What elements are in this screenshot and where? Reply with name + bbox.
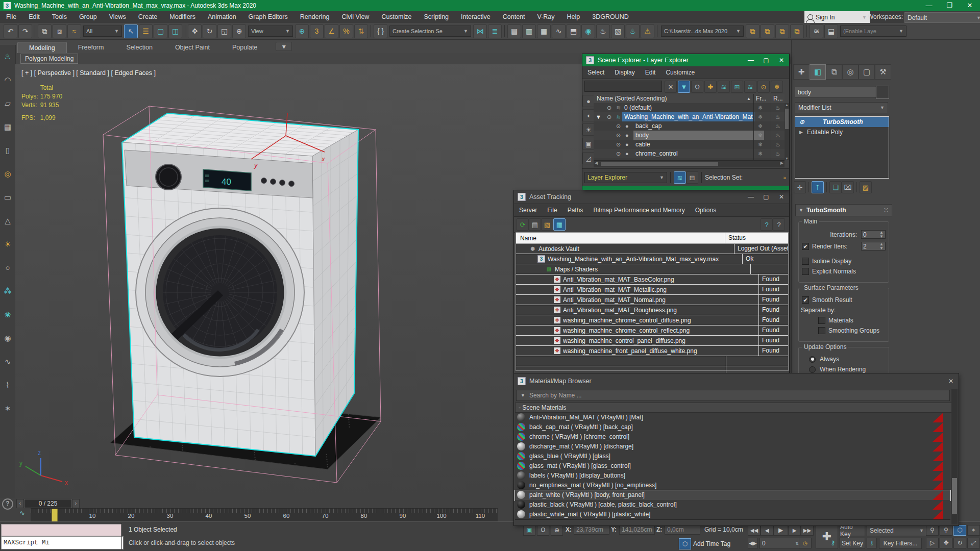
object-color-swatch[interactable] xyxy=(876,86,889,99)
column-headers[interactable]: Name (Sorted Ascending) ▲ Fr... R... xyxy=(594,94,785,104)
scene-explorer-menu-edit[interactable]: Edit xyxy=(640,69,661,76)
selection-lock-icon[interactable]: ⧉ xyxy=(775,24,789,38)
material-row-glass-mat[interactable]: glass_mat ( VRayMtl ) [glass_control] xyxy=(515,461,950,471)
remove-modifier-icon[interactable]: ⌧ xyxy=(842,181,854,193)
visibility-eye-icon[interactable]: ⊙ xyxy=(607,103,611,112)
asset-menu-file[interactable]: File xyxy=(542,207,562,214)
menu-file[interactable]: File xyxy=(0,11,22,23)
edit-named-selection-sets-icon[interactable]: { } xyxy=(374,24,387,38)
workspace-dropdown[interactable]: Default ▼ xyxy=(904,12,980,23)
chevron-down-icon[interactable]: ▼ xyxy=(521,393,525,398)
trackbar-curve-toggle-icon[interactable]: ∿ xyxy=(19,509,25,517)
asset-menu-paths[interactable]: Paths xyxy=(562,207,589,214)
frozen-column-header[interactable]: Fr... xyxy=(756,95,767,102)
explicit-normals-checkbox[interactable] xyxy=(802,268,809,275)
zoom-region-icon[interactable]: ⌖ xyxy=(967,525,980,536)
set-key-big-button[interactable]: ✚⚷ xyxy=(816,524,838,549)
auto-key-button[interactable]: Auto Key xyxy=(840,525,865,536)
renderable-teapot-icon[interactable]: ♨ xyxy=(775,149,780,158)
frozen-snowflake-icon[interactable]: ❄ xyxy=(758,140,763,149)
material-row-back-cap-mat[interactable]: back_cap_mat ( VRayMtl ) [back_cap] xyxy=(515,422,950,433)
help-icon[interactable]: ? xyxy=(2,498,13,510)
material-row-discharge-mat[interactable]: discharge_mat ( VRayMtl ) [discharge] xyxy=(515,442,950,452)
ribbon-config-dropdown[interactable]: ▾ xyxy=(276,42,292,51)
z-coordinate-field[interactable]: 0,0cm xyxy=(665,525,700,535)
clear-search-icon[interactable]: ✕ xyxy=(665,81,677,93)
add-time-tag[interactable]: Add Time Tag xyxy=(693,540,730,547)
isolate-selection-icon[interactable]: ⧉ xyxy=(746,24,760,38)
smoothing-groups-checkbox[interactable] xyxy=(818,327,825,334)
object-dot-icon[interactable]: ● xyxy=(625,149,629,158)
previous-frame-icon[interactable]: ◀ xyxy=(761,525,773,536)
ribbon-tab-populate[interactable]: Populate xyxy=(221,42,268,53)
ribbon-tab-selection[interactable]: Selection xyxy=(115,42,163,53)
object-dot-icon[interactable]: ● xyxy=(625,131,629,140)
menu-help[interactable]: Help xyxy=(561,11,586,23)
menu-v-ray[interactable]: V-Ray xyxy=(531,11,561,23)
lock-layers-icon[interactable]: Ω xyxy=(691,81,703,93)
menu-rendering[interactable]: Rendering xyxy=(294,11,336,23)
row-label[interactable]: chrome_control xyxy=(633,149,680,158)
selection-filter-dropdown[interactable]: All▼ xyxy=(83,26,122,37)
frame-counter[interactable]: 0 / 225 xyxy=(24,499,72,508)
snap-toggle-3d-icon[interactable]: 3 xyxy=(310,24,324,38)
spray-icon[interactable]: ⁂ xyxy=(2,286,13,297)
freeze-toggle-icon[interactable]: ❄ xyxy=(771,81,783,93)
scene-materials-section-header[interactable]: - Scene Materials xyxy=(515,403,954,413)
asset-menu-options[interactable]: Options xyxy=(690,207,721,214)
materials-checkbox[interactable] xyxy=(818,317,825,324)
display-cameras-icon[interactable]: ▣ xyxy=(582,138,595,150)
project-folder-dropdown[interactable]: C:\Users\tr...ds Max 2020▼ xyxy=(661,26,744,37)
bind-to-space-warp-icon[interactable]: ≈ xyxy=(67,24,81,38)
bone-icon[interactable]: ⌇ xyxy=(2,380,13,391)
frozen-snowflake-icon[interactable]: ❄ xyxy=(758,131,763,140)
ribbon-tab-modeling[interactable]: Modeling xyxy=(17,42,67,54)
menu-tools[interactable]: Tools xyxy=(46,11,73,23)
minimize-window-icon[interactable]: — xyxy=(919,1,939,11)
x-coordinate-field[interactable]: 23,739cm xyxy=(574,525,609,535)
frozen-snowflake-icon[interactable]: ❄ xyxy=(758,112,763,121)
scene-explorer-menu-select[interactable]: Select xyxy=(582,69,609,76)
renderable-teapot-icon[interactable]: ♨ xyxy=(775,131,780,140)
menu-scripting[interactable]: Scripting xyxy=(418,11,455,23)
renderable-teapot-icon[interactable]: ♨ xyxy=(775,103,780,112)
configure-modifier-sets-icon[interactable]: ▨ xyxy=(860,181,872,193)
row-label[interactable]: body xyxy=(633,131,764,140)
visibility-eye-icon[interactable]: ⊙ xyxy=(616,121,621,131)
make-unique-icon[interactable]: ❏ xyxy=(829,181,842,193)
menu-group[interactable]: Group xyxy=(73,11,103,23)
menu-content[interactable]: Content xyxy=(497,11,531,23)
visibility-eye-icon[interactable]: ⊙ xyxy=(616,149,621,158)
vertical-scrollbar[interactable] xyxy=(951,389,958,524)
horizontal-scrollbar[interactable]: ◀ ▶ xyxy=(594,160,785,167)
torus-icon[interactable]: ◎ xyxy=(2,168,13,180)
time-slider-ruler[interactable]: 102030405060708090100110 xyxy=(31,508,498,522)
material-row-labels[interactable]: labels ( VRayMtl ) [display_buttons] xyxy=(515,471,950,481)
maxscript-macro-line[interactable] xyxy=(1,524,121,536)
vertical-scrollbar[interactable]: ▲ ▼ xyxy=(785,103,789,160)
tab-modify[interactable]: ◧ xyxy=(810,64,826,80)
select-and-move-icon[interactable]: ✥ xyxy=(188,24,202,38)
zoom-icon[interactable]: ⚲ xyxy=(926,525,939,536)
isoline-display-checkbox[interactable] xyxy=(802,258,809,265)
manage-layers-icon[interactable]: ≋ xyxy=(810,24,823,38)
key-step-toggle-icon[interactable]: ◀▶ xyxy=(748,538,758,548)
hierarchy-view-icon[interactable]: ⊟ xyxy=(686,171,698,184)
asset-row-washing-machine-front-panel-diffuse-white-png[interactable]: ❖washing_machine_front_panel_diffuse_whi… xyxy=(516,346,788,356)
close-icon[interactable]: ✕ xyxy=(774,57,789,64)
helix-icon[interactable]: ∿ xyxy=(2,356,13,367)
frozen-snowflake-icon[interactable]: ❄ xyxy=(758,149,763,158)
zoom-extents-icon[interactable]: ⬡ xyxy=(953,525,966,536)
renderable-teapot-icon[interactable]: ♨ xyxy=(775,140,780,149)
explorer-mode-dropdown[interactable]: Layer Explorer ▼ xyxy=(584,172,667,183)
render-production-icon[interactable]: ♨ xyxy=(626,24,640,38)
display-isolate-icon[interactable]: ⧉ xyxy=(761,24,774,38)
layer-view-icon[interactable]: ≋ xyxy=(674,171,686,184)
filter-selection-icon[interactable]: ▼ xyxy=(678,81,690,93)
grid-icon[interactable]: ▦ xyxy=(2,121,13,133)
context-help-icon[interactable]: ? xyxy=(761,218,773,231)
polygon-modeling-button[interactable]: Polygon Modeling xyxy=(20,54,78,64)
select-by-name-icon[interactable]: ☰ xyxy=(139,24,153,38)
material-row-glass-blue[interactable]: glass_blue ( VRayMtl ) [glass] xyxy=(515,452,950,462)
maximize-window-icon[interactable]: ❐ xyxy=(939,1,960,11)
